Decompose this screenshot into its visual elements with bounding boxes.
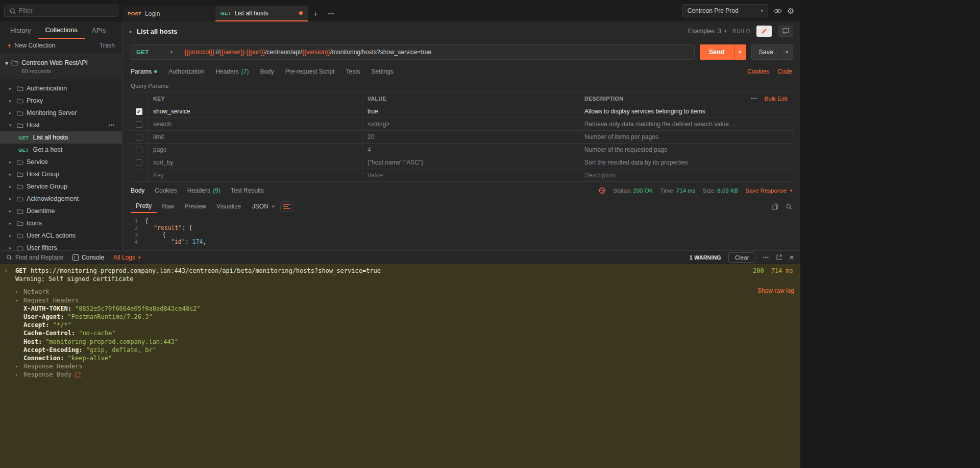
param-description[interactable]: Sort the resulted data by its properties [579,156,793,169]
param-description-placeholder[interactable]: Description [579,169,793,181]
param-value[interactable]: <string> [362,118,579,130]
tab-headers[interactable]: Headers (7) [215,68,249,75]
view-tab-raw[interactable]: Raw [157,200,179,213]
documentation-button[interactable] [756,26,772,37]
request-tab-list-all-hosts[interactable]: GET List all hosts [215,6,308,21]
sidebar-request-list-all-hosts[interactable]: GET List all hosts [0,131,122,144]
method-selector[interactable]: GET ▾ [130,45,179,59]
tab-body[interactable]: Body [260,68,274,75]
response-tab-body[interactable]: Body [131,187,144,194]
copy-response-button[interactable] [772,203,778,210]
sidebar-request-get-a-host[interactable]: GET Get a host [0,144,122,156]
tab-tests[interactable]: Tests [346,68,360,75]
sidebar-tab-history[interactable]: History [3,21,38,39]
tab-options-button[interactable]: ••• [323,6,339,21]
sidebar-folder-monitoring-server[interactable]: ▸ Monitoring Server [0,107,122,119]
param-value[interactable]: {"host.name":"ASC"} [362,156,579,169]
param-key[interactable]: sort_by [148,156,362,169]
sidebar-folder-proxy[interactable]: ▸ Proxy [0,95,122,107]
sidebar-folder-acknowledgement[interactable]: ▸ Acknowledgement [0,193,122,205]
view-tab-preview[interactable]: Preview [179,200,211,213]
sidebar-folder-service-group[interactable]: ▸ Service Group [0,180,122,193]
table-row-placeholder[interactable]: Key Value Description [130,169,793,182]
param-key[interactable]: show_service [148,105,362,118]
console-section-request-headers[interactable]: ▾ Request Headers [0,296,800,305]
param-key[interactable]: limit [148,131,362,143]
param-key[interactable]: page [148,144,362,156]
environment-quick-look-button[interactable] [773,8,782,14]
sidebar-folder-user-filters[interactable]: ▸ User filters [0,242,122,250]
response-body-editor[interactable]: 1 { 2 "result": [ 3 { 4 "id": 174, [122,215,800,250]
param-key-placeholder[interactable]: Key [148,169,362,181]
checkbox-unchecked[interactable] [136,147,142,153]
console-section-response-body[interactable]: ▸ Response Body [0,370,800,379]
param-value[interactable]: 20 [362,131,579,143]
comments-button[interactable] [778,26,793,37]
search-response-button[interactable] [786,203,792,210]
trash-button[interactable]: Trash [100,42,115,49]
tab-pre-request-script[interactable]: Pre-request Script [285,68,335,75]
sidebar-folder-icons[interactable]: ▸ Icons [0,217,122,229]
tab-authorization[interactable]: Authorization [168,68,204,75]
checkbox-unchecked[interactable] [136,121,142,128]
log-filter-dropdown[interactable]: All Logs ▾ [113,254,140,261]
send-button[interactable]: Send [700,44,734,60]
console-section-response-headers[interactable]: ▸ Response Headers [0,362,800,370]
view-tab-visualize[interactable]: Visualize [211,200,246,213]
send-options-caret[interactable]: ▾ [734,44,746,60]
network-globe-icon[interactable] [599,187,606,194]
sidebar-folder-service[interactable]: ▸ Service [0,156,122,168]
find-and-replace-button[interactable]: Find and Replace [6,254,63,261]
sidebar-folder-user-acl-actions[interactable]: ▸ User ACL actions [0,229,122,242]
folder-options-icon[interactable]: ••• [109,123,122,128]
settings-button[interactable]: ⚙ [787,6,794,16]
response-tab-test-results[interactable]: Test Results [231,187,264,194]
request-tab-login[interactable]: POST Login [122,6,215,21]
sidebar-folder-host[interactable]: ▾ Host ••• [0,119,122,131]
tab-params[interactable]: Params [131,68,157,75]
param-description[interactable]: Number of items per pages [579,131,793,143]
new-tab-button[interactable]: + [308,6,323,21]
table-options-icon[interactable]: ••• [751,96,757,101]
bulk-edit-link[interactable]: Bulk Edit [765,96,788,102]
language-selector[interactable]: JSON ▾ [252,203,275,210]
sidebar-tab-collections[interactable]: Collections [38,21,85,39]
param-key[interactable]: search [148,118,362,130]
param-value[interactable]: 4 [362,144,579,156]
filter-input[interactable] [4,5,118,17]
param-description[interactable]: Allows to display services belonging to … [579,105,793,118]
external-link-icon[interactable] [75,372,81,378]
view-tab-pretty[interactable]: Pretty [131,200,157,213]
save-button[interactable]: Save [752,45,781,59]
checkbox-unchecked[interactable] [136,134,142,141]
table-row[interactable]: search <string> Retrieve only data match… [130,118,793,131]
show-raw-log-link[interactable]: Show raw log [757,287,794,295]
table-row[interactable]: page 4 Number of the requested page [130,144,793,156]
tab-settings[interactable]: Settings [372,68,394,75]
examples-dropdown[interactable]: Examples 3 ▾ [688,28,727,35]
console-log-entry[interactable]: ⚠ GET https://monitoring-preprod.company… [0,267,800,275]
save-response-button[interactable]: Save Response ▾ [745,188,792,194]
save-options-caret[interactable]: ▾ [780,45,793,59]
response-tab-headers[interactable]: Headers (9) [187,187,220,194]
caret-right-icon[interactable]: ▸ [130,29,132,34]
param-value[interactable]: true [362,105,579,118]
close-console-icon[interactable]: ✕ [789,254,794,261]
table-row[interactable]: limit 20 Number of items per pages [130,131,793,144]
sidebar-folder-downtime[interactable]: ▸ Downtime [0,205,122,217]
console-section-network[interactable]: ▸ Network [0,288,800,296]
console-tab[interactable]: Console [72,254,104,261]
cookies-link[interactable]: Cookies [747,68,769,75]
console-options-icon[interactable]: ••• [763,255,769,260]
param-description[interactable]: Retrieve only data matching the defined … [579,118,793,130]
environment-selector[interactable]: Centreon Pre Prod ▾ [682,4,768,17]
param-value-placeholder[interactable]: Value [362,169,579,181]
code-link[interactable]: Code [777,68,792,75]
collection-centreon-web-restapi[interactable]: ▾ Centreon Web RestAPI 60 requests [0,54,122,79]
checkbox-checked[interactable]: ✓ [136,108,142,115]
sidebar-tab-apis[interactable]: APIs [85,21,113,39]
url-input[interactable]: {{protocol}} :// {{server}} : {{port}} /… [179,45,694,59]
response-tab-cookies[interactable]: Cookies [155,187,177,194]
wrap-lines-button[interactable] [280,201,293,212]
new-collection-button[interactable]: New Collection [14,42,55,49]
